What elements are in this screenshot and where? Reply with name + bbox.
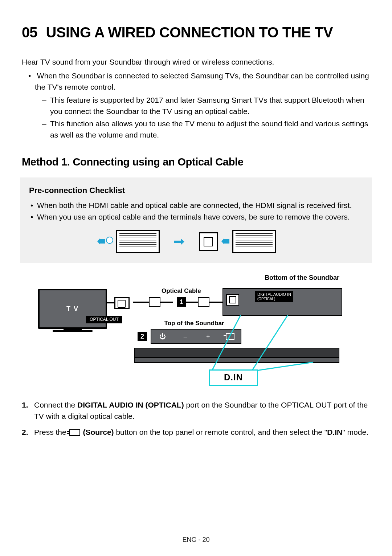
instruction-step: Connect the DIGITAL AUDIO IN (OPTICAL) p… xyxy=(22,399,370,422)
cable-plug-icon xyxy=(198,297,209,307)
cap-removed-icon xyxy=(199,232,218,251)
method-heading: Method 1. Connecting using an Optical Ca… xyxy=(22,154,370,169)
feature-sublist: This feature is supported by 2017 and la… xyxy=(35,95,370,140)
step-bold: DIGITAL AUDIO IN (OPTICAL) xyxy=(77,401,184,409)
optical-out-label: OPTICAL OUT xyxy=(86,316,122,323)
step-badge-2: 2 xyxy=(138,332,147,341)
cable-plug-icon xyxy=(149,297,160,307)
step-text: Press the xyxy=(34,428,69,436)
chapter-number: 05 xyxy=(22,22,37,43)
page-title: 05 USING A WIRED CONNECTION TO THE TV xyxy=(22,22,370,43)
step-bold: D.IN xyxy=(327,428,342,436)
step-text: " mode. xyxy=(342,428,368,436)
checklist-box: Pre-connection Checklist When both the H… xyxy=(20,177,372,263)
instruction-step: Press the (Source) button on the top pan… xyxy=(22,426,370,438)
checklist-list: When both the HDMI cable and optical cab… xyxy=(29,200,363,223)
power-icon: ⏻ xyxy=(158,332,168,341)
svg-marker-1 xyxy=(221,238,229,245)
cable-cap-icon xyxy=(106,237,113,244)
label-line: (OPTICAL) xyxy=(257,297,275,301)
optical-cable-label: Optical Cable xyxy=(162,287,201,296)
connector-without-cover-icon xyxy=(232,230,276,253)
tv-port-connector-icon xyxy=(107,302,115,303)
label-line: DIGITAL AUDIO IN xyxy=(257,292,291,297)
digital-audio-in-label: DIGITAL AUDIO IN (OPTICAL) xyxy=(255,291,293,302)
intro-text: Hear TV sound from your Soundbar through… xyxy=(22,57,370,68)
page-footer: ENG - 20 xyxy=(0,535,392,544)
chapter-title: USING A WIRED CONNECTION TO THE TV xyxy=(46,22,333,43)
svg-marker-0 xyxy=(97,238,105,245)
arrow-left-icon xyxy=(221,238,229,245)
step-badge-1: 1 xyxy=(177,297,186,307)
soundbar-bottom-label: Bottom of the Soundbar xyxy=(265,273,339,282)
step-bold: (Source) xyxy=(83,428,114,436)
step-text: button on the top panel or remote contro… xyxy=(114,428,327,436)
connector-with-cover-icon xyxy=(116,230,160,253)
feature-list: When the Soundbar is connected to select… xyxy=(22,70,370,140)
source-icon xyxy=(69,429,80,436)
feature-text: When the Soundbar is connected to select… xyxy=(35,71,369,91)
sub-item: This feature is supported by 2017 and la… xyxy=(50,95,370,117)
tv-stand-icon xyxy=(64,328,82,331)
feature-item: When the Soundbar is connected to select… xyxy=(35,70,370,140)
connection-diagram: Bottom of the Soundbar T V OPTICAL OUT O… xyxy=(38,273,354,389)
checklist-item: When both the HDMI cable and optical cab… xyxy=(37,200,363,211)
step-text: Connect the xyxy=(34,401,77,409)
checklist-item: When you use an optical cable and the te… xyxy=(37,212,363,222)
arrow-right-icon xyxy=(174,238,184,245)
instruction-list: Connect the DIGITAL AUDIO IN (OPTICAL) p… xyxy=(22,399,370,438)
volume-down-icon: – xyxy=(180,332,191,341)
tv-label: T V xyxy=(38,304,107,314)
optical-out-port-icon xyxy=(114,297,130,309)
checklist-heading: Pre-connection Checklist xyxy=(29,185,363,196)
digital-audio-in-port-icon xyxy=(226,294,239,306)
cover-removal-illustration xyxy=(29,230,363,253)
arrow-left-icon xyxy=(97,238,105,245)
din-display: D.IN xyxy=(209,369,258,386)
sub-item: This function also allows you to use the… xyxy=(50,118,370,140)
